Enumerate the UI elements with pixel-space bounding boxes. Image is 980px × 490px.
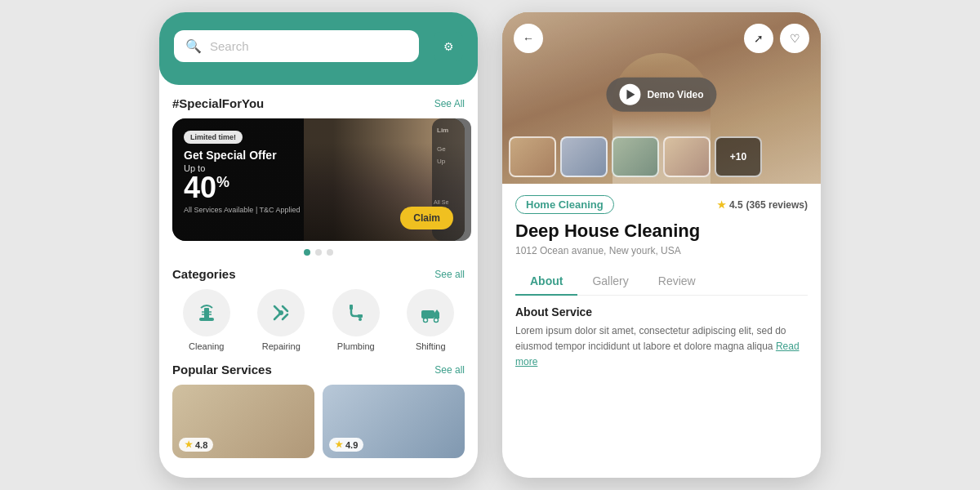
dot-1 xyxy=(304,249,310,256)
svg-point-13 xyxy=(424,318,428,323)
plumbing-label: Plumbing xyxy=(337,341,375,351)
repairing-icon xyxy=(270,301,292,324)
special-see-all[interactable]: See All xyxy=(434,98,465,109)
claim-button[interactable]: Claim xyxy=(400,207,453,229)
banner-percent: 40% xyxy=(184,173,301,203)
rating-row: ★ 4.5 (365 reviews) xyxy=(717,199,808,211)
banner-card: Limited time! Get Special Offer Up to 40… xyxy=(172,118,465,241)
svg-rect-11 xyxy=(350,305,353,310)
detail-header: ← ➚ ♡ Demo Video + xyxy=(502,12,821,184)
phone-left: 🔍 Search ⚙ #SpecialForYou See All xyxy=(159,12,478,478)
play-icon xyxy=(626,90,635,100)
action-buttons: ➚ ♡ xyxy=(744,24,809,53)
heart-icon: ♡ xyxy=(790,32,800,45)
thumbnail-1[interactable] xyxy=(509,136,556,177)
thumbnail-3[interactable] xyxy=(612,136,659,177)
limited-badge: Limited time! xyxy=(184,131,243,144)
service-tag-row: Home Cleaning ★ 4.5 (365 reviews) xyxy=(515,195,808,214)
banner-title: Get Special Offer xyxy=(184,149,301,162)
service-name: Deep House Cleaning xyxy=(515,220,808,242)
thumbnail-strip: +10 xyxy=(509,136,814,177)
categories-grid: Cleaning Repairing xyxy=(172,289,465,351)
svg-line-4 xyxy=(274,314,279,319)
popular-card-2[interactable]: ★ 4.9 xyxy=(323,385,465,458)
card-1-rating: ★ 4.8 xyxy=(179,438,213,452)
cleaning-icon-circle xyxy=(183,289,230,336)
banner-dots xyxy=(172,249,465,256)
detail-body: Home Cleaning ★ 4.5 (365 reviews) Deep H… xyxy=(502,184,821,478)
popular-card-1[interactable]: ★ 4.8 xyxy=(172,385,314,458)
demo-video-label: Demo Video xyxy=(647,89,703,100)
cleaning-icon xyxy=(195,301,218,324)
thumbnail-4[interactable] xyxy=(663,136,710,177)
about-text: Lorem ipsum dolor sit amet, consectetur … xyxy=(515,323,808,371)
service-tag: Home Cleaning xyxy=(515,195,614,214)
shifting-icon xyxy=(419,301,442,324)
svg-line-7 xyxy=(283,314,287,319)
category-repairing[interactable]: Repairing xyxy=(257,289,305,351)
category-plumbing[interactable]: Plumbing xyxy=(332,289,380,351)
share-icon: ➚ xyxy=(754,32,764,45)
popular-cards: ★ 4.8 ★ 4.9 xyxy=(172,385,465,458)
tab-gallery[interactable]: Gallery xyxy=(577,268,643,295)
rating-value: 4.5 xyxy=(729,199,743,211)
svg-point-10 xyxy=(359,318,362,321)
svg-rect-1 xyxy=(204,308,209,318)
filter-icon: ⚙ xyxy=(443,40,454,53)
svg-rect-12 xyxy=(421,310,434,318)
cleaning-label: Cleaning xyxy=(189,341,224,351)
left-header: 🔍 Search ⚙ xyxy=(159,12,478,85)
special-title: #SpecialForYou xyxy=(172,96,264,110)
back-button[interactable]: ← xyxy=(514,24,543,53)
favorite-button[interactable]: ♡ xyxy=(780,24,809,53)
svg-rect-9 xyxy=(358,314,363,318)
search-input[interactable]: Search xyxy=(210,39,408,53)
shifting-icon-circle xyxy=(407,289,454,336)
app-container: 🔍 Search ⚙ #SpecialForYou See All xyxy=(0,0,980,490)
phone-right: ← ➚ ♡ Demo Video + xyxy=(502,12,821,478)
categories-section-header: Categories See all xyxy=(172,267,465,281)
shifting-label: Shifting xyxy=(416,341,446,351)
banner-sub: All Services Available | T&C Applied xyxy=(184,206,301,214)
category-cleaning[interactable]: Cleaning xyxy=(183,289,230,351)
service-address: 1012 Ocean avanue, New yourk, USA xyxy=(515,245,808,256)
dot-3 xyxy=(327,249,333,256)
repairing-label: Repairing xyxy=(262,341,301,351)
search-icon: 🔍 xyxy=(185,38,202,54)
categories-see-all[interactable]: See all xyxy=(434,269,465,280)
popular-section-header: Popular Services See all xyxy=(172,363,465,376)
special-section-header: #SpecialForYou See All xyxy=(172,96,465,110)
tabs-row: About Gallery Review xyxy=(515,268,808,296)
share-button[interactable]: ➚ xyxy=(744,24,773,53)
plumbing-icon xyxy=(345,301,368,324)
categories-title: Categories xyxy=(172,267,236,281)
svg-point-8 xyxy=(278,310,283,315)
thumbnail-2[interactable] xyxy=(560,136,608,177)
svg-line-6 xyxy=(274,306,279,311)
play-circle xyxy=(619,84,640,105)
banner-content: Limited time! Get Special Offer Up to 40… xyxy=(184,128,301,214)
search-bar[interactable]: 🔍 Search xyxy=(174,30,419,62)
plumbing-icon-circle xyxy=(332,289,380,336)
tab-review[interactable]: Review xyxy=(644,268,710,295)
repairing-icon-circle xyxy=(257,289,305,336)
category-shifting[interactable]: Shifting xyxy=(407,289,454,351)
svg-line-5 xyxy=(283,306,287,311)
left-body: #SpecialForYou See All Limited time! Get… xyxy=(159,85,478,478)
rating-reviews: (365 reviews) xyxy=(746,199,808,211)
filter-button[interactable]: ⚙ xyxy=(434,32,463,61)
popular-title: Popular Services xyxy=(172,363,272,376)
star-icon-1: ★ xyxy=(185,439,193,450)
star-icon-2: ★ xyxy=(335,439,343,450)
back-icon: ← xyxy=(523,32,534,45)
about-section-title: About Service xyxy=(515,305,808,318)
rating-star: ★ xyxy=(717,199,726,211)
banner-upto: Up to xyxy=(184,163,301,173)
demo-video-button[interactable]: Demo Video xyxy=(606,78,716,112)
svg-point-14 xyxy=(434,318,439,323)
popular-see-all[interactable]: See all xyxy=(434,364,465,376)
card-2-rating: ★ 4.9 xyxy=(329,438,363,452)
thumbnail-more[interactable]: +10 xyxy=(715,136,762,177)
tab-about[interactable]: About xyxy=(515,268,577,296)
dot-2 xyxy=(315,249,322,256)
